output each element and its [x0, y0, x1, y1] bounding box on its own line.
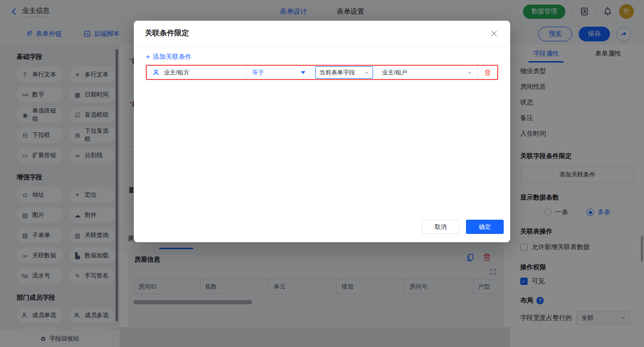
delete-condition-button[interactable]	[478, 66, 497, 79]
condition-operator-select[interactable]: 等于	[247, 66, 314, 79]
confirm-button[interactable]: 确定	[466, 220, 504, 234]
condition-source-type-select[interactable]: 当前表单字段	[315, 66, 373, 79]
condition-field-value: 业主/租方	[164, 68, 190, 77]
source-type-value: 当前表单字段	[319, 68, 355, 77]
modal-header: 关联条件限定	[134, 21, 510, 46]
add-condition-link[interactable]: + 添加关联条件	[146, 53, 191, 61]
close-icon[interactable]	[489, 28, 499, 39]
condition-row: 业主/租方 等于 当前表单字段 业主/租户	[146, 65, 498, 80]
link-condition-modal: 关联条件限定 + 添加关联条件 业主/租方 等于 当前表单字段	[134, 21, 510, 242]
source-field-value: 业主/租户	[382, 68, 408, 77]
add-condition-label: 添加关联条件	[153, 53, 191, 61]
modal-title: 关联条件限定	[145, 28, 189, 38]
modal-footer: 取消 确定	[422, 220, 504, 234]
chevron-down-icon	[467, 70, 472, 75]
caret-down-icon	[301, 71, 305, 74]
cancel-button[interactable]: 取消	[422, 220, 460, 234]
form-designer-app: 业主信息 表单设计 表单设置 数据管理	[0, 0, 644, 347]
condition-field-select[interactable]: 业主/租方	[147, 66, 246, 79]
plus-icon: +	[146, 54, 150, 60]
condition-source-field-select[interactable]: 业主/租户	[374, 66, 477, 79]
operator-value: 等于	[252, 68, 264, 77]
trash-icon	[484, 69, 491, 76]
chevron-down-icon	[364, 70, 369, 75]
person-icon	[152, 69, 160, 76]
